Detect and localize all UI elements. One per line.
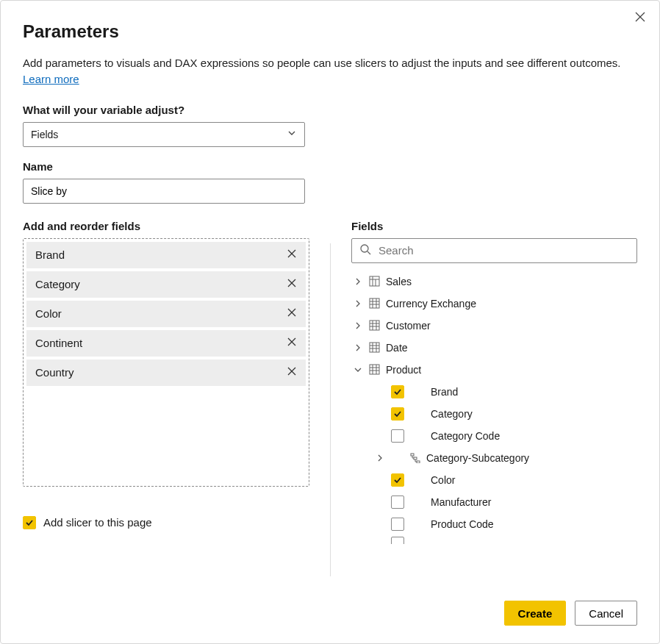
svg-line-13	[367, 251, 370, 254]
field-checkbox[interactable]	[391, 385, 404, 398]
svg-rect-23	[370, 321, 379, 330]
reorder-item-label: Brand	[35, 248, 65, 261]
reorder-item[interactable]: Category	[26, 271, 306, 298]
tree-label: Brand	[431, 386, 458, 398]
fields-search-input[interactable]	[377, 243, 629, 257]
tree-table-row[interactable]: Product	[351, 359, 636, 381]
variable-adjust-dropdown[interactable]: Fields	[23, 122, 305, 147]
reorder-item-label: Color	[35, 307, 62, 320]
fields-search-box[interactable]	[351, 238, 637, 263]
field-checkbox[interactable]	[391, 429, 404, 443]
reorder-label: Add and reorder fields	[23, 220, 309, 232]
tree-hierarchy-row[interactable]: Category-Subcategory	[351, 447, 636, 469]
svg-rect-39	[414, 457, 417, 459]
svg-rect-28	[370, 343, 379, 352]
reorder-fields-box: Brand Category Color Continent	[23, 238, 309, 487]
tree-field-row[interactable]: Category Code	[351, 425, 636, 447]
tree-label: Customer	[386, 320, 431, 332]
add-slicer-checkbox[interactable]	[23, 516, 36, 529]
tree-field-row[interactable]: Manufacturer	[351, 491, 636, 513]
tree-label: Product Code	[431, 518, 494, 530]
tree-label: Product	[386, 364, 421, 376]
add-slicer-label: Add slicer to this page	[43, 516, 152, 529]
close-icon[interactable]	[634, 11, 646, 25]
chevron-right-icon[interactable]	[375, 454, 385, 462]
chevron-down-icon[interactable]	[353, 366, 363, 373]
tree-field-row[interactable]: Product Code	[351, 513, 636, 535]
tree-field-row[interactable]: Color	[351, 469, 636, 491]
svg-rect-38	[411, 454, 414, 456]
remove-icon[interactable]	[287, 248, 297, 261]
reorder-item[interactable]: Color	[26, 301, 306, 327]
remove-icon[interactable]	[287, 278, 297, 290]
table-icon	[369, 320, 380, 331]
svg-rect-33	[370, 365, 379, 374]
measure-table-icon	[369, 276, 380, 287]
field-checkbox[interactable]	[391, 473, 404, 487]
remove-icon[interactable]	[287, 366, 297, 379]
chevron-right-icon[interactable]	[353, 300, 363, 307]
tree-field-row[interactable]: Brand	[351, 381, 636, 403]
table-icon	[369, 298, 380, 309]
reorder-item[interactable]: Country	[26, 359, 306, 386]
svg-rect-14	[370, 276, 379, 286]
tree-label: Sales	[386, 276, 412, 287]
fields-tree[interactable]: Sales Currency Exchange Customer	[351, 271, 637, 577]
field-checkbox[interactable]	[391, 537, 404, 544]
field-checkbox[interactable]	[391, 495, 404, 509]
remove-icon[interactable]	[287, 337, 297, 349]
dialog-description: Add parameters to visuals and DAX expres…	[23, 55, 637, 87]
search-icon	[359, 243, 371, 257]
tree-field-row-partial[interactable]	[351, 535, 636, 544]
name-input[interactable]	[23, 179, 305, 204]
add-slicer-row: Add slicer to this page	[23, 516, 309, 529]
reorder-item[interactable]: Brand	[26, 242, 306, 268]
table-icon	[369, 364, 380, 375]
tree-label: Currency Exchange	[386, 298, 476, 310]
reorder-item-label: Country	[35, 366, 74, 379]
dialog-title: Parameters	[23, 21, 637, 42]
variable-adjust-value: Fields	[31, 129, 58, 140]
tree-label: Manufacturer	[431, 496, 491, 508]
name-label: Name	[23, 160, 637, 173]
tree-label: Category	[431, 408, 473, 420]
chevron-right-icon[interactable]	[353, 344, 363, 351]
svg-rect-40	[417, 461, 420, 463]
tree-table-row[interactable]: Currency Exchange	[351, 293, 636, 315]
remove-icon[interactable]	[287, 307, 297, 320]
hierarchy-icon	[410, 453, 420, 463]
dialog-description-text: Add parameters to visuals and DAX expres…	[23, 57, 621, 69]
reorder-item[interactable]: Continent	[26, 330, 306, 357]
tree-label: Color	[431, 474, 455, 486]
reorder-item-label: Continent	[35, 337, 82, 349]
chevron-right-icon[interactable]	[353, 278, 363, 285]
tree-label: Date	[386, 342, 408, 354]
tree-table-row[interactable]: Date	[351, 337, 636, 359]
table-icon	[369, 342, 380, 353]
field-checkbox[interactable]	[391, 518, 404, 531]
tree-field-row[interactable]: Category	[351, 403, 636, 425]
field-checkbox[interactable]	[391, 407, 404, 421]
learn-more-link[interactable]: Learn more	[23, 73, 79, 85]
cancel-button[interactable]: Cancel	[575, 601, 637, 626]
parameters-dialog: Parameters Add parameters to visuals and…	[0, 0, 660, 644]
reorder-item-label: Category	[35, 278, 80, 290]
tree-label: Category Code	[431, 430, 500, 442]
chevron-right-icon[interactable]	[353, 322, 363, 329]
tree-table-row[interactable]: Sales	[351, 271, 636, 293]
variable-adjust-label: What will your variable adjust?	[23, 104, 637, 116]
dialog-footer: Create Cancel	[1, 584, 659, 643]
chevron-down-icon	[287, 128, 297, 140]
tree-table-row[interactable]: Customer	[351, 315, 636, 337]
svg-point-12	[361, 245, 368, 252]
svg-rect-18	[370, 298, 379, 308]
tree-label: Category-Subcategory	[426, 452, 529, 464]
fields-label: Fields	[351, 220, 637, 232]
create-button[interactable]: Create	[504, 601, 567, 626]
